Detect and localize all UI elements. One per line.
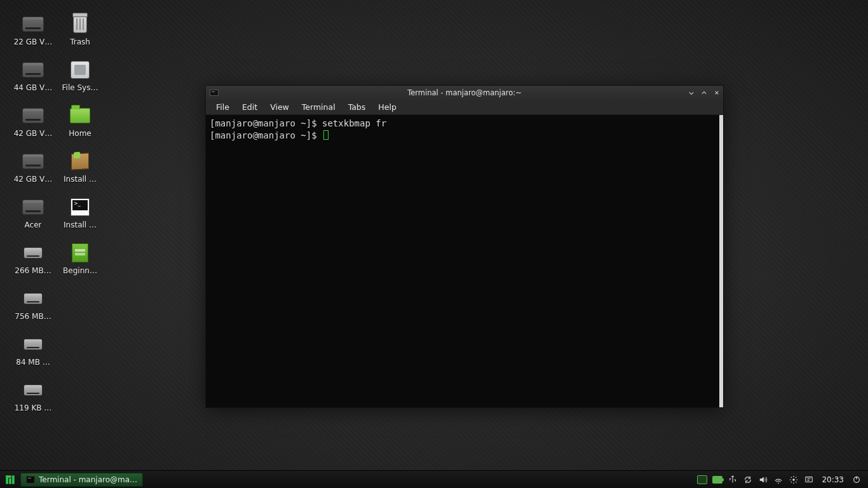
- termfile-icon: [69, 196, 92, 219]
- desktop-icon-label: Install …: [64, 175, 97, 184]
- usb-icon[interactable]: [728, 475, 738, 485]
- terminal-cursor: [323, 130, 329, 140]
- terminal-line: [manjaro@manjaro ~]$ setxkbmap fr: [210, 118, 715, 130]
- menu-terminal[interactable]: Terminal: [295, 100, 342, 114]
- drive-small-icon: [22, 287, 44, 310]
- window-title: Terminal - manjaro@manjaro:~: [206, 88, 723, 97]
- desktop-icon[interactable]: Home: [57, 104, 103, 138]
- drive-small-icon: [22, 379, 44, 402]
- window-titlebar[interactable]: Terminal - manjaro@manjaro:~: [206, 86, 723, 100]
- svg-rect-6: [12, 475, 15, 484]
- terminal-window: Terminal - manjaro@manjaro:~ FileEditVie…: [205, 85, 724, 408]
- svg-point-9: [793, 478, 796, 481]
- display-indicator-icon[interactable]: [697, 475, 707, 485]
- network-icon[interactable]: [773, 475, 783, 485]
- terminal-icon: [210, 90, 219, 96]
- desktop-icon-label: 42 GB V…: [14, 175, 53, 184]
- battery-icon[interactable]: [712, 475, 722, 485]
- desktop-icon[interactable]: 44 GB V…: [10, 58, 56, 92]
- drive-small-icon: [22, 241, 44, 264]
- drive-small-icon: [22, 333, 44, 356]
- desktop-icon[interactable]: Acer: [10, 196, 56, 229]
- svg-rect-10: [806, 477, 813, 482]
- svg-rect-5: [9, 478, 11, 484]
- drive-icon: [22, 58, 44, 81]
- svg-rect-7: [6, 475, 11, 478]
- volume-icon[interactable]: [758, 475, 768, 485]
- box-icon: [69, 150, 92, 173]
- desktop-icon-label: Home: [69, 129, 91, 138]
- settings-icon[interactable]: [789, 475, 799, 485]
- terminal-body[interactable]: [manjaro@manjaro ~]$ setxkbmap fr[manjar…: [206, 115, 723, 407]
- taskbar-item-label: Terminal - manjaro@ma…: [39, 475, 137, 484]
- desktop-icon[interactable]: File Sys…: [57, 58, 103, 92]
- close-button[interactable]: [714, 90, 719, 95]
- desktop-icon-label: Beginn…: [63, 266, 97, 275]
- menu-view[interactable]: View: [264, 100, 295, 114]
- terminal-icon: [26, 476, 35, 484]
- desktop-icon[interactable]: 84 MB …: [10, 333, 56, 367]
- updates-icon[interactable]: [743, 475, 753, 485]
- desktop-icon[interactable]: 42 GB V…: [10, 150, 56, 184]
- desktop-icon-label: 119 KB …: [15, 403, 52, 412]
- drive-icon: [22, 150, 44, 173]
- desktop-icon[interactable]: 42 GB V…: [10, 104, 56, 138]
- desktop-icon[interactable]: Beginn…: [57, 241, 103, 275]
- maximize-button[interactable]: [702, 90, 707, 95]
- desktop-icon[interactable]: Trash: [57, 13, 103, 46]
- minimize-button[interactable]: [689, 90, 694, 95]
- desktop-icon-label: Trash: [70, 37, 90, 46]
- gdoc-icon: [69, 241, 92, 264]
- start-menu-button[interactable]: [3, 473, 18, 487]
- desktop-icon[interactable]: 119 KB …: [10, 379, 56, 412]
- menu-help[interactable]: Help: [372, 100, 403, 114]
- clock[interactable]: 20:33: [819, 475, 846, 484]
- notifications-icon[interactable]: [804, 475, 814, 485]
- desktop-icon[interactable]: 266 MB…: [10, 241, 56, 275]
- panel: Terminal - manjaro@ma… 20:33: [0, 470, 868, 488]
- svg-point-8: [778, 482, 780, 484]
- desktop-icon[interactable]: 756 MB…: [10, 287, 56, 321]
- desktop-icon-label: File Sys…: [62, 83, 98, 92]
- desktop-icon-label: 42 GB V…: [14, 129, 53, 138]
- desktop-icon[interactable]: Install …: [57, 196, 103, 229]
- menu-file[interactable]: File: [210, 100, 236, 114]
- trash-icon: [69, 13, 92, 36]
- desktop-icon-label: 84 MB …: [16, 358, 50, 367]
- menu-tabs[interactable]: Tabs: [342, 100, 372, 114]
- terminal-line: [manjaro@manjaro ~]$: [210, 130, 715, 142]
- power-icon[interactable]: [851, 475, 862, 485]
- desktop-icon-label: 44 GB V…: [14, 83, 53, 92]
- desktop-icon-label: 266 MB…: [15, 266, 51, 275]
- taskbar-item-terminal[interactable]: Terminal - manjaro@ma…: [20, 473, 143, 487]
- menu-edit[interactable]: Edit: [236, 100, 264, 114]
- drive-icon: [22, 104, 44, 127]
- desktop-icon[interactable]: Install …: [57, 150, 103, 184]
- desktop-icon[interactable]: 22 GB V…: [10, 13, 56, 46]
- drive-icon: [22, 13, 44, 36]
- terminal-menubar: FileEditViewTerminalTabsHelp: [206, 100, 723, 115]
- drive-icon: [22, 196, 44, 219]
- desktop-icon-label: 756 MB…: [15, 312, 51, 321]
- fs-icon: [69, 58, 92, 81]
- desktop-icon-label: Install …: [64, 220, 97, 229]
- desktop-icon-label: Acer: [25, 220, 42, 229]
- system-tray: 20:33: [693, 475, 865, 485]
- folder-icon: [69, 104, 92, 127]
- desktop-icon-label: 22 GB V…: [14, 37, 53, 46]
